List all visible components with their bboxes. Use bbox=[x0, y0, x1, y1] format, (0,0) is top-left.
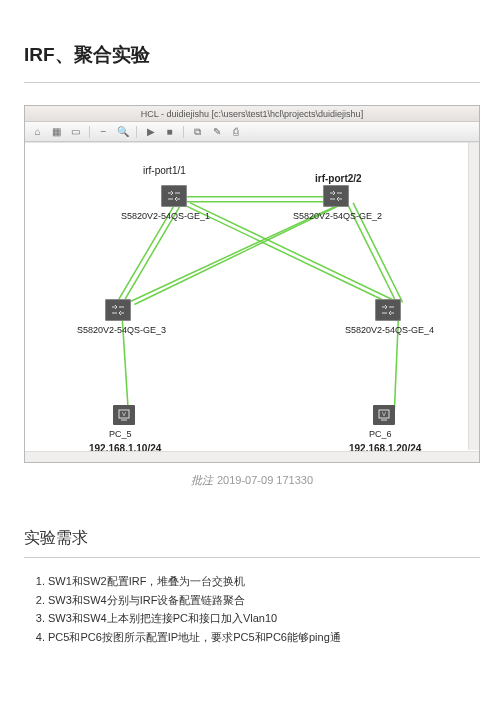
irf-port-label-left: irf-port1/1 bbox=[143, 165, 186, 176]
grid-icon[interactable]: ▦ bbox=[50, 125, 63, 138]
pc-icon: V bbox=[113, 405, 135, 425]
canvas-scrollbar-vertical[interactable] bbox=[468, 143, 479, 450]
pc-node-pc5[interactable]: V bbox=[113, 405, 135, 425]
play-icon[interactable]: ▶ bbox=[144, 125, 157, 138]
copy-icon[interactable]: ⧉ bbox=[191, 125, 204, 138]
caption-text: 2019-07-09 171330 bbox=[217, 474, 313, 486]
topology-canvas: irf-port1/1 irf-port2/2 S5820V2-54QS-GE_… bbox=[25, 142, 479, 462]
list-item: PC5和PC6按图所示配置IP地址，要求PC5和PC6能够ping通 bbox=[48, 628, 480, 647]
figure-caption: 批注2019-07-09 171330 bbox=[24, 473, 480, 488]
switch-label-sw4: S5820V2-54QS-GE_4 bbox=[345, 325, 434, 335]
switch-label-sw1: S5820V2-54QS-GE_1 bbox=[121, 211, 210, 221]
toolbar-separator bbox=[183, 126, 184, 138]
switch-icon bbox=[375, 299, 401, 321]
pc-icon: V bbox=[373, 405, 395, 425]
toolbar-separator bbox=[136, 126, 137, 138]
irf-port-label-right: irf-port2/2 bbox=[315, 173, 362, 184]
camera-icon[interactable]: ⎙ bbox=[229, 125, 242, 138]
hcl-window: HCL - duidiejishu [c:\users\test1\hcl\pr… bbox=[24, 105, 480, 463]
figure: HCL - duidiejishu [c:\users\test1\hcl\pr… bbox=[24, 105, 480, 488]
caption-prefix: 批注 bbox=[191, 474, 213, 486]
switch-node-sw4[interactable] bbox=[375, 299, 401, 321]
hcl-window-title: HCL - duidiejishu [c:\users\test1\hcl\pr… bbox=[25, 106, 479, 122]
topology-links bbox=[25, 143, 479, 462]
switch-node-sw3[interactable] bbox=[105, 299, 131, 321]
home-icon[interactable]: ⌂ bbox=[31, 125, 44, 138]
svg-text:V: V bbox=[122, 411, 126, 417]
pc-label-pc5: PC_5 bbox=[109, 429, 132, 439]
pc-node-pc6[interactable]: V bbox=[373, 405, 395, 425]
zoom-in-icon[interactable]: 🔍 bbox=[116, 125, 129, 138]
list-item: SW1和SW2配置IRF，堆叠为一台交换机 bbox=[48, 572, 480, 591]
switch-label-sw3: S5820V2-54QS-GE_3 bbox=[77, 325, 166, 335]
hcl-toolbar: ⌂ ▦ ▭ − 🔍 ▶ ■ ⧉ ✎ ⎙ bbox=[25, 122, 479, 142]
pc-label-pc6: PC_6 bbox=[369, 429, 392, 439]
switch-icon bbox=[161, 185, 187, 207]
edit-icon[interactable]: ✎ bbox=[210, 125, 223, 138]
switch-icon bbox=[323, 185, 349, 207]
page-title: IRF、聚合实验 bbox=[24, 42, 480, 83]
switch-icon bbox=[105, 299, 131, 321]
list-item: SW3和SW4分别与IRF设备配置链路聚合 bbox=[48, 591, 480, 610]
requirements-title: 实验需求 bbox=[24, 528, 480, 558]
toolbar-separator bbox=[89, 126, 90, 138]
stop-icon[interactable]: ■ bbox=[163, 125, 176, 138]
zoom-out-icon[interactable]: − bbox=[97, 125, 110, 138]
select-icon[interactable]: ▭ bbox=[69, 125, 82, 138]
list-item: SW3和SW4上本别把连接PC和接口加入Vlan10 bbox=[48, 609, 480, 628]
requirements-list: SW1和SW2配置IRF，堆叠为一台交换机 SW3和SW4分别与IRF设备配置链… bbox=[48, 572, 480, 647]
canvas-scrollbar-horizontal[interactable] bbox=[25, 451, 479, 462]
switch-node-sw2[interactable] bbox=[323, 185, 349, 207]
switch-node-sw1[interactable] bbox=[161, 185, 187, 207]
switch-label-sw2: S5820V2-54QS-GE_2 bbox=[293, 211, 382, 221]
svg-text:V: V bbox=[382, 411, 386, 417]
